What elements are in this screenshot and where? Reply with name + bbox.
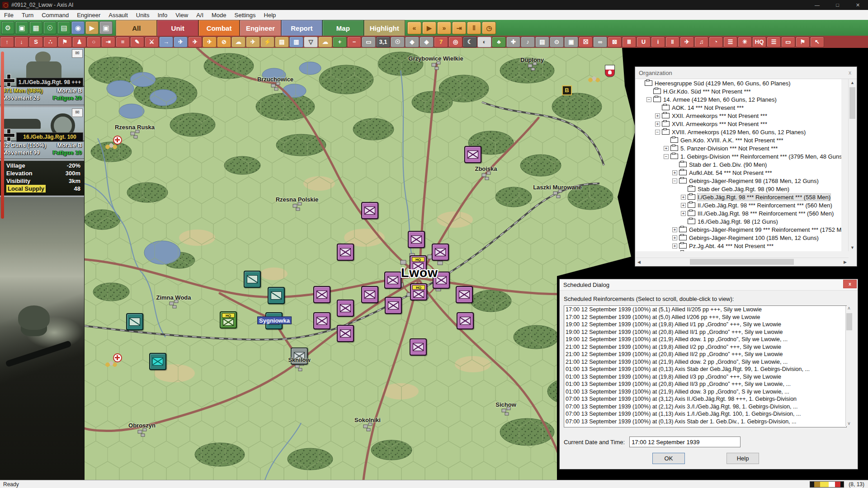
org-tree-row[interactable]: 1. Gebirgs-Division *** Reinforcement **… <box>636 152 841 160</box>
foot-mode-button[interactable]: ♟ <box>72 37 86 47</box>
zoom-out-button[interactable]: − <box>347 37 361 47</box>
briefing-button[interactable]: ▤ <box>275 37 289 47</box>
dialog-close-button[interactable]: x <box>843 280 857 288</box>
hex-info-button[interactable]: i <box>651 37 665 47</box>
monitor-button[interactable]: ▭ <box>781 37 795 47</box>
overlay-map-button[interactable]: ▥ <box>289 37 303 47</box>
vegetation-button[interactable]: ♣ <box>492 37 506 47</box>
reinforcement-row[interactable]: 17:00 12 September 1939 (100%) at (5,0) … <box>564 314 846 321</box>
reinforcement-row[interactable]: 17:00 12 September 1939 (100%) at (5,1) … <box>564 306 846 314</box>
org-tree-row[interactable]: Gebirgs-Jäger-Regiment 99 *** Reinforcem… <box>636 225 841 234</box>
air-combat-button[interactable]: ✈ <box>188 37 202 47</box>
contrast-button[interactable]: ◐ <box>477 37 491 47</box>
reinforcement-row[interactable]: 21:00 12 September 1939 (100%) at (20,8)… <box>564 351 846 358</box>
menu-item[interactable]: Info <box>153 12 171 19</box>
center-selection-button[interactable]: ✚ <box>506 37 520 47</box>
objective-button[interactable]: ⚑ <box>58 37 72 47</box>
tree-expander-icon[interactable] <box>646 97 651 102</box>
menu-item[interactable]: View <box>171 12 192 19</box>
view-2d-button[interactable]: ◈ <box>420 37 434 47</box>
menu-item[interactable]: Units <box>132 12 154 19</box>
organization-titlebar[interactable]: Organization x <box>635 67 857 79</box>
frame-select-button[interactable]: ▣ <box>564 37 578 47</box>
org-tree-row[interactable]: I./Geb.Jäg.Rgt. 98 *** Reinforcement ***… <box>636 193 841 201</box>
ok-button[interactable]: OK <box>652 453 685 464</box>
org-tree-row[interactable]: Gebirgs-Jäger-Regiment 98 (1768 Men, 12 … <box>636 177 841 185</box>
manual-button[interactable]: ▤ <box>57 21 71 34</box>
jump-view-button[interactable]: ☉ <box>43 21 57 34</box>
org-tree-row[interactable]: Gen.Kdo. XVIII. A.K. *** Not Present *** <box>636 136 841 144</box>
turn-phase-button[interactable]: ◔ <box>709 37 723 47</box>
counter-detail-button[interactable]: 7 <box>434 37 448 47</box>
org-horizontal-scrollbar[interactable]: ◀▶ <box>636 258 849 266</box>
night-view-button[interactable]: ☾ <box>463 37 477 47</box>
fit-screen-button[interactable]: ▭ <box>362 37 376 47</box>
unit-bases-button[interactable]: U <box>637 37 651 47</box>
tile-windows-button[interactable]: ▣ <box>15 21 28 34</box>
command-menu-button[interactable]: ☰ <box>723 37 737 47</box>
org-tree-row[interactable]: XVII. Armeekorps *** Not Present *** <box>636 120 841 128</box>
scatter-button[interactable]: ✳ <box>738 37 752 47</box>
orders-button[interactable]: ✎ <box>130 37 144 47</box>
zoom-in-button[interactable]: + <box>333 37 347 47</box>
air-recon-button[interactable]: ✈ <box>174 37 188 47</box>
menu-item[interactable]: Mode <box>208 12 231 19</box>
org-tree-row[interactable]: III./Geb.Jäg.Rgt. 98 *** Reinforcement *… <box>636 209 841 217</box>
tab-report[interactable]: Report <box>281 20 322 36</box>
mail-icon[interactable]: ✉ <box>72 49 83 58</box>
mail-icon[interactable]: ✉ <box>72 108 83 117</box>
unit-card-1[interactable]: ✉ 1./I./Geb.Jäg.Rgt. 98 +++ 371 Men (98%… <box>0 48 84 105</box>
tree-expander-icon[interactable] <box>681 211 686 216</box>
elevation-bands-button[interactable]: ▤ <box>535 37 549 47</box>
list-vertical-scrollbar[interactable] <box>845 306 853 426</box>
reinforcement-row[interactable]: 21:00 12 September 1939 (100%) at (21,9)… <box>564 358 846 366</box>
org-tree-row[interactable]: 6./Flak.Rgt. 44 *** Not Present *** <box>636 250 841 251</box>
screenshot-button[interactable]: ▣ <box>99 21 113 34</box>
tree-expander-icon[interactable] <box>672 170 677 175</box>
scroll-up-button[interactable]: ↑ <box>0 37 14 47</box>
tree-expander-icon[interactable] <box>672 178 677 183</box>
org-tree-row[interactable]: Stab der Geb.Jäg.Rgt. 98 (90 Men) <box>636 185 841 193</box>
reinforcement-row[interactable]: 19:00 12 September 1939 (100%) at (20,8)… <box>564 328 846 336</box>
find-unit-button[interactable]: ◉ <box>71 21 85 34</box>
turn-timer-button[interactable]: ◷ <box>482 22 496 34</box>
org-menu-button[interactable]: ☰ <box>767 37 781 47</box>
menu-item[interactable]: Help <box>260 12 280 19</box>
reinforcement-row[interactable]: 01:00 13 September 1939 (100%) at (19,8)… <box>564 373 846 381</box>
paradrop-button[interactable]: ✈ <box>246 37 260 47</box>
sidebar-scroll-indicator[interactable] <box>1 52 4 219</box>
pause-button[interactable]: ‖ <box>467 22 481 34</box>
new-window-button[interactable]: ▦ <box>29 21 42 34</box>
view-3d-button[interactable]: ◆ <box>405 37 419 47</box>
org-tree-row[interactable]: 14. Armee (4129 Men, 60 Guns, 12 Planes) <box>636 95 841 103</box>
scroll-down-button[interactable]: ↓ <box>14 37 28 47</box>
show-objectives-button[interactable]: ◎ <box>448 37 462 47</box>
unit-card-2[interactable]: ✉ 16./Geb.Jäg.Rgt. 100 12 Guns (100%)Mor… <box>0 107 84 159</box>
org-tree-row[interactable]: Pz.Jg.Abt. 44 *** Not Present *** <box>636 242 841 250</box>
menu-item[interactable]: Assault <box>104 12 132 19</box>
assault-button[interactable]: ⚔ <box>145 37 159 47</box>
air-units-button[interactable]: ✈ <box>680 37 694 47</box>
org-tree-row[interactable]: Stab der 1. Geb.Div. (90 Men) <box>636 160 841 169</box>
hex-coords-button[interactable]: 3,1 <box>376 37 390 47</box>
tree-expander-icon[interactable] <box>672 227 677 232</box>
org-tree-row[interactable]: 5. Panzer-Division *** Not Present *** <box>636 144 841 152</box>
tree-expander-icon[interactable] <box>672 244 677 249</box>
tree-expander-icon[interactable] <box>681 195 686 200</box>
abort-mission-button[interactable]: ⊘ <box>217 37 231 47</box>
close-button[interactable]: ✕ <box>848 0 868 10</box>
tab-engineer[interactable]: Engineer <box>240 20 281 36</box>
end-turn-button[interactable]: ⇥ <box>452 22 466 34</box>
reinforcement-row[interactable]: 01:00 13 September 1939 (100%) at (0,13)… <box>564 366 846 373</box>
org-tree-row[interactable]: Heeresgruppe Süd (4129 Men, 60 Guns, 60 … <box>636 79 841 87</box>
datetime-input[interactable] <box>629 436 741 447</box>
menu-item[interactable]: Engineer <box>73 12 104 19</box>
tab-combat[interactable]: Combat <box>198 20 240 36</box>
tree-expander-icon[interactable] <box>655 130 660 135</box>
reinforcement-row[interactable]: 19:00 12 September 1939 (100%) at (19,8)… <box>564 321 846 328</box>
music-button[interactable]: ♫ <box>694 37 708 47</box>
bombard-button[interactable]: ⚡ <box>260 37 274 47</box>
org-tree-row[interactable]: 16./Geb.Jäg.Rgt. 98 (12 Guns) <box>636 217 841 225</box>
reinforcement-row[interactable]: 19:00 12 September 1939 (100%) at (21,9)… <box>564 336 846 343</box>
minefield-button[interactable]: ∴ <box>43 37 57 47</box>
